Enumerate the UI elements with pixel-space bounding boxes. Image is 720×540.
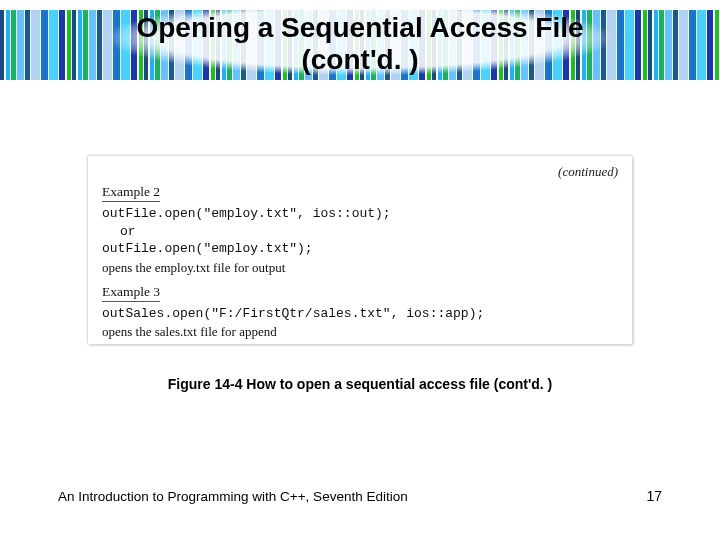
example3-code-1: outSales.open("F:/FirstQtr/sales.txt", i…: [102, 305, 618, 323]
example2-note: opens the employ.txt file for output: [102, 260, 618, 276]
figure-box: (continued) Example 2 outFile.open("empl…: [88, 156, 632, 344]
title-line-2: (cont'd. ): [301, 44, 418, 75]
example3-heading: Example 3: [102, 284, 160, 302]
figure-caption: Figure 14-4 How to open a sequential acc…: [0, 376, 720, 392]
example3-note: opens the sales.txt file for append: [102, 324, 618, 340]
footer-text: An Introduction to Programming with C++,…: [58, 489, 408, 504]
example2-heading: Example 2: [102, 184, 160, 202]
title-line-1: Opening a Sequential Access File: [136, 12, 583, 43]
example2-code-1: outFile.open("employ.txt", ios::out);: [102, 205, 618, 223]
continued-label: (continued): [102, 164, 618, 180]
slide-title: Opening a Sequential Access File (cont'd…: [0, 12, 720, 76]
example2-or: or: [102, 223, 618, 241]
example2-code-2: outFile.open("employ.txt");: [102, 240, 618, 258]
page-number: 17: [646, 488, 662, 504]
slide: Opening a Sequential Access File (cont'd…: [0, 0, 720, 540]
